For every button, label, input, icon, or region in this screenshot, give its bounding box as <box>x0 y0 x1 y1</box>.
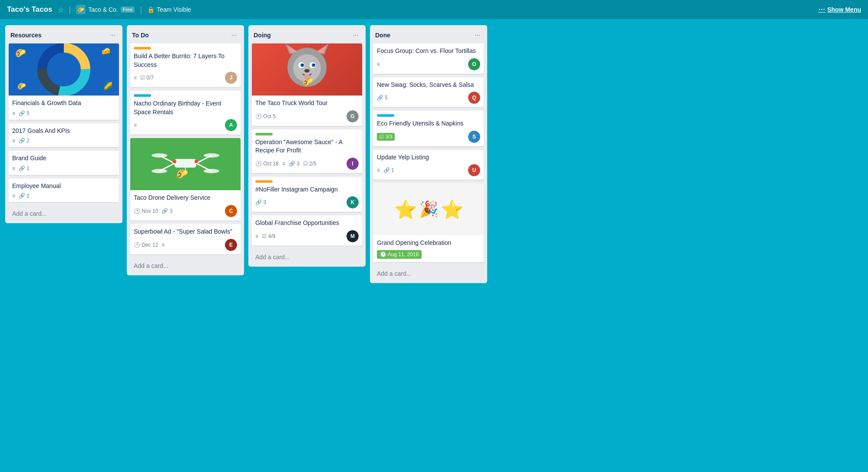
svg-point-30 <box>302 64 304 66</box>
team-label: Team Visible <box>157 6 191 13</box>
card-label <box>377 114 394 117</box>
column-resources: Resources··· 🌮 🧀 🌮 🌽 Financials & Growth… <box>5 25 122 223</box>
date-badge: 🕐 Oct 5 <box>255 113 276 119</box>
card-focus-group[interactable]: Focus Group: Corn vs. Flour Tortillas≡O <box>373 43 484 74</box>
card-title: Employee Manual <box>12 182 116 191</box>
card-meta: 🕐 Oct 18≡🔗 3☑ 2/5 <box>255 161 317 167</box>
card-meta: ≡🔗 2 <box>12 138 30 144</box>
date-badge: 🕐 Oct 18 <box>255 161 279 167</box>
date-badge: 🕐 Dec 12 <box>134 242 158 248</box>
card-franchise[interactable]: Global Franchise Opportunities≡☑ 4/9M <box>252 215 362 246</box>
card-title: New Swag: Socks, Scarves & Salsa <box>377 81 480 89</box>
column-title: To Do <box>132 32 149 39</box>
card-meta: 🕐 Dec 12≡ <box>134 242 165 248</box>
card-instagram[interactable]: #NoFiller Instagram Campaign🔗 3K <box>252 177 362 212</box>
checklist-complete-badge: ☑ 3/3 <box>377 133 395 141</box>
card-title: The Taco Truck World Tour <box>255 99 359 108</box>
card-taco-tour[interactable]: 🌮 The Taco Truck World Tour🕐 Oct 5G <box>252 43 362 126</box>
attachments-badge: 🔗 5 <box>377 95 388 101</box>
card-financials[interactable]: 🌮 🧀 🌮 🌽 Financials & Growth Data≡🔗 5 <box>9 43 119 120</box>
card-footer: 🕐 Nov 10🔗 3C <box>134 205 237 217</box>
card-brand[interactable]: Brand Guide≡🔗 1 <box>9 151 119 175</box>
add-card-button[interactable]: Add a card... <box>9 208 119 220</box>
card-label <box>134 47 151 50</box>
card-title: 2017 Goals And KPIs <box>12 127 116 135</box>
card-meta: ≡🔗 1 <box>12 193 30 199</box>
card-nacho[interactable]: Nacho Ordinary Birthday - Event Space Re… <box>130 91 241 135</box>
workspace-info: 🌮 Taco & Co. Free <box>76 5 135 14</box>
card-title: Build A Better Burrito: 7 Layers To Succ… <box>134 52 237 69</box>
description-icon: ≡ <box>134 75 137 81</box>
card-image: 🌮 🧀 🌮 🌽 <box>9 43 119 96</box>
header: Taco's Tacos ☆ | 🌮 Taco & Co. Free | 🔒 T… <box>0 0 868 19</box>
card-awesome-sauce[interactable]: Operation "Awesome Sauce" - A Recipe For… <box>252 129 362 173</box>
svg-point-31 <box>314 64 315 66</box>
card-footer: ≡🔗 1 <box>12 165 116 172</box>
team-info: 🔒 Team Visible <box>147 6 191 13</box>
svg-point-13 <box>204 153 219 158</box>
add-card-button[interactable]: Add a card... <box>130 260 241 272</box>
description-icon: ≡ <box>377 61 380 67</box>
card-meta: ≡ <box>134 122 137 128</box>
dots-icon: ··· <box>818 6 825 13</box>
card-image: ⭐ 🎉 ⭐ <box>373 183 484 235</box>
column-menu-button[interactable]: ··· <box>351 30 360 40</box>
card-swag[interactable]: New Swag: Socks, Scarves & Salsa🔗 5Q <box>373 77 484 108</box>
svg-point-34 <box>304 75 310 79</box>
show-menu-label: Show Menu <box>827 6 861 13</box>
board-title: Taco's Tacos <box>7 5 53 14</box>
column-menu-button[interactable]: ··· <box>230 30 239 40</box>
card-meta: ≡ <box>377 61 380 67</box>
attachments-badge: 🔗 1 <box>19 193 30 199</box>
add-card-button[interactable]: Add a card... <box>373 267 484 280</box>
free-badge: Free <box>121 7 135 13</box>
card-meta: ≡🔗 1 <box>12 165 30 172</box>
card-meta: 🕐 Aug 11, 2016 <box>377 250 422 259</box>
card-footer: ≡🔗 5 <box>12 110 116 116</box>
card-image: 🌮 <box>252 43 362 96</box>
card-yelp[interactable]: Update Yelp Listing≡🔗 1U <box>373 150 484 180</box>
card-employee[interactable]: Employee Manual≡🔗 1 <box>9 178 119 203</box>
svg-point-32 <box>304 69 310 73</box>
card-meta: 🔗 5 <box>377 95 388 101</box>
card-superbowl[interactable]: Superbowl Ad - "Super Salad Bowls"🕐 Dec … <box>130 224 241 254</box>
column-menu-button[interactable]: ··· <box>473 30 482 40</box>
card-grand-opening[interactable]: ⭐ 🎉 ⭐ Grand Opening Celebration🕐 Aug 11,… <box>373 183 484 262</box>
card-goals[interactable]: 2017 Goals And KPIs≡🔗 2 <box>9 123 119 148</box>
column-menu-button[interactable]: ··· <box>108 30 117 40</box>
description-icon: ≡ <box>12 138 15 144</box>
card-burrito[interactable]: Build A Better Burrito: 7 Layers To Succ… <box>130 43 241 87</box>
card-meta: 🕐 Oct 5 <box>255 113 276 119</box>
description-icon: ≡ <box>134 122 137 128</box>
description-icon: ≡ <box>12 193 15 199</box>
attachments-badge: 🔗 3 <box>162 208 172 214</box>
star-icon[interactable]: ☆ <box>58 6 64 14</box>
card-meta: ≡☑ 4/9 <box>255 233 275 239</box>
card-drone[interactable]: 🌮 Taco Drone Delivery Service🕐 Nov 10🔗 3… <box>130 138 241 221</box>
card-meta: ≡🔗 1 <box>377 167 394 173</box>
card-footer: ≡☑ 4/9M <box>255 230 359 242</box>
card-title: Taco Drone Delivery Service <box>134 194 237 202</box>
card-footer: ≡O <box>377 58 480 70</box>
card-eco[interactable]: Eco Friendly Utensils & Napkins☑ 3/3S <box>373 111 484 146</box>
card-title: #NoFiller Instagram Campaign <box>255 185 359 194</box>
card-footer: ≡☑ 0/7J <box>134 72 237 84</box>
card-image: 🌮 <box>130 138 241 190</box>
card-title: Financials & Growth Data <box>12 99 116 108</box>
column-title: Done <box>375 32 390 39</box>
attachments-badge: 🔗 3 <box>289 161 300 167</box>
column-title: Doing <box>254 32 271 39</box>
avatar: S <box>468 131 480 143</box>
svg-point-19 <box>195 160 198 163</box>
date-badge: 🕐 Nov 10 <box>134 208 158 214</box>
add-card-button[interactable]: Add a card... <box>252 251 362 263</box>
workspace-name: Taco & Co. <box>88 6 118 13</box>
show-menu-button[interactable]: ··· Show Menu <box>818 6 861 13</box>
checklist-badge: ☑ 0/7 <box>140 75 154 81</box>
card-footer: 🕐 Aug 11, 2016 <box>377 250 480 259</box>
description-icon: ≡ <box>255 233 258 239</box>
description-icon: ≡ <box>12 110 15 116</box>
svg-point-18 <box>173 160 176 163</box>
card-footer: ≡🔗 1U <box>377 164 480 176</box>
card-meta: 🔗 3 <box>255 199 266 205</box>
